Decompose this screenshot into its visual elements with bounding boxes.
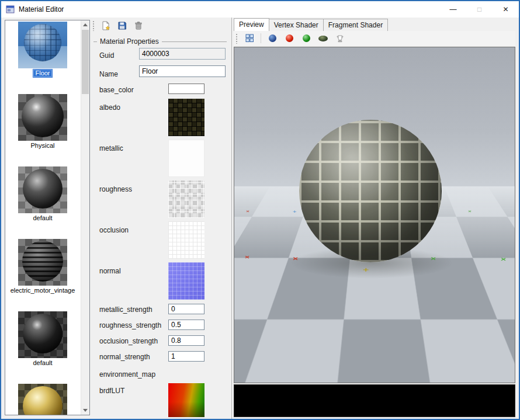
roughness-strength-label: roughness_strength [99, 321, 161, 329]
material-label[interactable]: default [30, 214, 54, 223]
new-material-button[interactable] [99, 19, 113, 33]
delete-material-button[interactable] [131, 19, 145, 33]
properties-toolbar [92, 19, 145, 33]
sphere-green-icon [303, 34, 310, 42]
roughness-label: roughness [99, 185, 132, 193]
torus-button[interactable] [316, 32, 330, 46]
normal-strength-label: normal_strength [99, 353, 150, 361]
environment-map-label: environment_map [99, 370, 155, 379]
cup-icon [336, 34, 344, 43]
material-list-item-default[interactable]: default [5, 166, 80, 238]
material-list: Floor Physical default electric_motor_vi… [5, 20, 90, 415]
normal-label: normal [99, 267, 121, 275]
floor-marker [331, 296, 343, 308]
material-list-item-physical[interactable]: Physical [5, 94, 80, 165]
material-list-scrollbar[interactable] [81, 20, 89, 415]
title-bar[interactable]: Material Editor — □ ✕ [1, 1, 519, 18]
close-button[interactable]: ✕ [493, 1, 519, 18]
view-grid-button[interactable] [242, 32, 256, 46]
maximize-button: □ [466, 1, 493, 18]
material-thumbnail-electric-motor [18, 239, 67, 286]
metallic-strength-input[interactable] [168, 304, 204, 314]
material-list-item-electric-motor[interactable]: electric_motor_vintage [5, 239, 80, 310]
floor-marker [405, 297, 415, 307]
tab-preview[interactable]: Preview [234, 18, 269, 31]
normal-map-thumbnail[interactable] [168, 262, 204, 300]
preview-viewport[interactable] [234, 47, 515, 383]
toolbar-grip[interactable] [235, 33, 238, 44]
material-thumbnail-physical [18, 94, 67, 141]
material-thumbnail-default [18, 166, 67, 213]
material-list-item-gold[interactable] [5, 384, 80, 415]
material-thumbnail-floor [18, 22, 67, 68]
floor-marker [468, 210, 472, 213]
material-label[interactable]: Physical [29, 141, 57, 150]
red-sphere-button[interactable] [282, 32, 296, 46]
material-properties-group: Material Properties [93, 37, 227, 46]
guid-label: Guid [99, 51, 114, 60]
material-label[interactable]: electric_motor_vintage [8, 286, 78, 295]
log-console[interactable] [234, 384, 515, 417]
shader-tabs: Preview Vertex Shader Fragment Shader [234, 19, 515, 31]
green-sphere-button[interactable] [299, 32, 313, 46]
scrollbar-thumb[interactable] [82, 30, 89, 94]
view-grid-icon [245, 34, 254, 43]
save-icon [117, 21, 127, 30]
sphere-red-icon [286, 34, 293, 42]
floor-marker [495, 297, 505, 307]
scroll-down-icon[interactable] [81, 406, 89, 415]
preview-toolbar [234, 31, 515, 46]
shader-preview-panel: Preview Vertex Shader Fragment Shader [233, 18, 516, 419]
material-label[interactable]: default [30, 359, 54, 367]
material-thumbnail-default-2 [18, 311, 67, 358]
delete-icon [134, 21, 143, 30]
sphere-blue-icon [269, 34, 276, 42]
metallic-label: metallic [99, 144, 123, 152]
toolbar-grip[interactable] [92, 20, 95, 31]
base-color-swatch[interactable] [168, 84, 204, 94]
cup-button[interactable] [333, 32, 347, 46]
floor-marker [246, 210, 249, 213]
floor-marker [293, 210, 297, 214]
occlusion-label: occlusion [99, 226, 129, 234]
minimize-button[interactable]: — [440, 1, 466, 18]
metallic-map-thumbnail[interactable] [168, 140, 204, 177]
material-list-item-floor[interactable]: Floor [5, 22, 80, 93]
guid-input[interactable] [139, 48, 226, 60]
floor-marker [261, 297, 271, 307]
floor-marker [245, 255, 250, 260]
bottom-vignette [234, 330, 515, 383]
brdflut-thumbnail[interactable] [168, 383, 204, 417]
blue-sphere-button[interactable] [265, 32, 279, 46]
occlusion-strength-label: occlusion_strength [99, 337, 158, 345]
toolbar-separator [261, 33, 261, 43]
app-icon [6, 5, 15, 14]
albedo-map-thumbnail[interactable] [168, 99, 204, 136]
preview-sphere [299, 120, 442, 262]
name-label: Name [99, 70, 118, 78]
window-title: Material Editor [19, 5, 64, 13]
material-properties-panel: Material Properties Guid Name base_color… [90, 18, 232, 419]
metallic-strength-label: metallic_strength [99, 306, 152, 314]
brdflut-label: brdfLUT [99, 387, 124, 395]
base-color-label: base_color [99, 86, 134, 94]
tab-vertex-shader[interactable]: Vertex Shader [269, 19, 324, 31]
roughness-strength-input[interactable] [168, 320, 204, 330]
roughness-map-thumbnail[interactable] [168, 181, 204, 218]
material-list-item-default-2[interactable]: default [5, 311, 80, 383]
name-input[interactable] [139, 65, 226, 77]
new-material-icon [101, 21, 110, 30]
material-label[interactable]: Floor [33, 69, 52, 78]
group-title: Material Properties [100, 37, 159, 46]
save-material-button[interactable] [115, 19, 129, 33]
occlusion-strength-input[interactable] [168, 335, 204, 346]
occlusion-map-thumbnail[interactable] [168, 221, 204, 259]
torus-olive-icon [318, 36, 328, 41]
scroll-up-icon[interactable] [81, 20, 89, 29]
floor-marker [501, 256, 507, 262]
tab-fragment-shader[interactable]: Fragment Shader [323, 19, 388, 31]
normal-strength-input[interactable] [168, 351, 204, 362]
material-editor-window: Material Editor — □ ✕ Floor Physical def… [0, 0, 520, 420]
albedo-label: albedo [99, 103, 120, 112]
material-thumbnail-gold [18, 384, 67, 415]
